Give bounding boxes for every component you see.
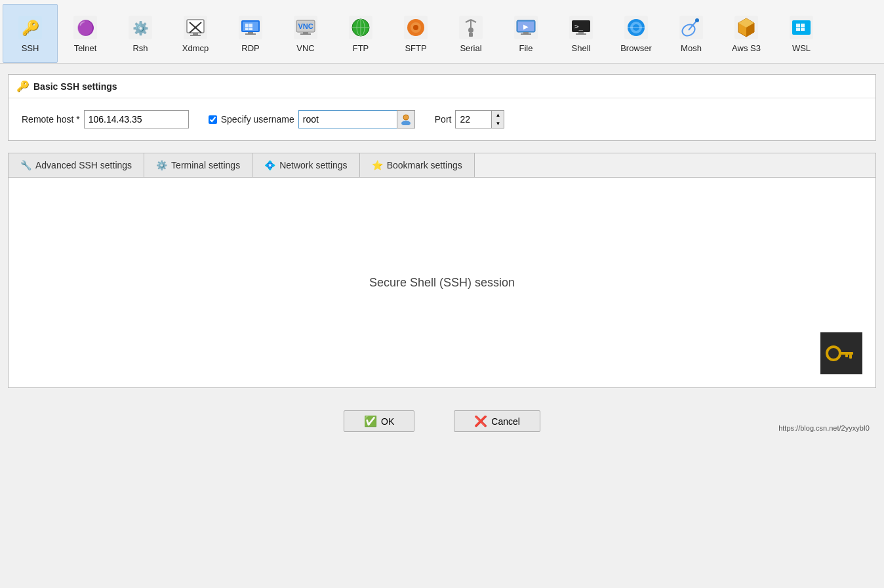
toolbar-item-ftp[interactable]: FTP	[333, 4, 388, 63]
svg-point-60	[695, 18, 699, 22]
toolbar-item-file[interactable]: ▶ File	[498, 4, 553, 63]
toolbar-label-rsh: Rsh	[132, 43, 148, 53]
ssh-icon: 🔑	[17, 14, 43, 41]
svg-rect-11	[190, 35, 201, 36]
svg-rect-10	[193, 33, 198, 35]
svg-rect-67	[796, 24, 800, 27]
toolbar-label-wsl: WSL	[792, 43, 811, 53]
remote-host-label: Remote host *	[22, 114, 80, 125]
ftp-icon	[348, 14, 374, 41]
vnc-icon: VNC	[292, 14, 319, 41]
serial-icon	[458, 14, 484, 41]
cancel-icon: ❌	[474, 415, 487, 427]
tab-advanced-ssh[interactable]: 🔧 Advanced SSH settings	[9, 153, 144, 177]
toolbar-item-vnc[interactable]: VNC VNC	[278, 4, 333, 63]
tab-advanced-label: Advanced SSH settings	[35, 160, 132, 170]
toolbar-label-awss3: Aws S3	[732, 43, 761, 53]
toolbar-label-browser: Browser	[620, 43, 652, 53]
specify-username-group: Specify username	[209, 110, 415, 128]
svg-text:🔑: 🔑	[22, 19, 40, 37]
basic-ssh-header: 🔑 Basic SSH settings	[9, 75, 875, 98]
svg-rect-19	[248, 32, 253, 33]
basic-ssh-title: Basic SSH settings	[33, 81, 117, 92]
toolbar-item-shell[interactable]: >_ Shell	[553, 4, 609, 63]
svg-rect-7	[187, 20, 204, 33]
svg-rect-20	[245, 33, 256, 35]
toolbar-label-file: File	[519, 43, 533, 53]
tab-terminal-label: Terminal settings	[171, 160, 240, 170]
port-spinner-buttons: ▲ ▼	[491, 110, 504, 128]
toolbar-item-rsh[interactable]: ⚙️ Rsh	[113, 4, 168, 63]
toolbar-label-rdp: RDP	[241, 43, 259, 53]
svg-rect-45	[523, 32, 529, 33]
wsl-icon	[788, 14, 814, 41]
toolbar: 🔑 SSH 🟣 Telnet ⚙️ Rsh	[0, 0, 884, 64]
toolbar-label-sftp: SFTP	[405, 43, 426, 53]
username-input-group	[298, 110, 415, 128]
toolbar-item-serial[interactable]: Serial	[443, 4, 498, 63]
svg-rect-68	[801, 24, 805, 27]
svg-text:>_: >_	[574, 22, 584, 31]
ssh-key-icon-box	[820, 332, 862, 374]
telnet-icon: 🟣	[72, 14, 98, 41]
lower-tabs: 🔧 Advanced SSH settings ⚙️ Terminal sett…	[9, 153, 875, 178]
awss3-icon	[733, 14, 759, 41]
status-bar: https://blog.csn.net/2yyxybI0	[778, 424, 870, 432]
cancel-button[interactable]: ❌ Cancel	[454, 410, 540, 432]
toolbar-item-awss3[interactable]: Aws S3	[719, 4, 774, 63]
file-icon: ▶	[513, 14, 539, 41]
svg-rect-74	[839, 352, 853, 355]
cancel-label: Cancel	[491, 416, 520, 427]
ok-icon: ✅	[364, 415, 377, 427]
port-group: Port ▲ ▼	[435, 110, 505, 128]
ok-button[interactable]: ✅ OK	[344, 410, 414, 432]
network-settings-icon: 💠	[264, 160, 275, 170]
svg-rect-15	[245, 24, 249, 27]
remote-host-input[interactable]	[84, 110, 189, 128]
toolbar-item-telnet[interactable]: 🟣 Telnet	[58, 4, 113, 63]
svg-rect-25	[300, 33, 311, 35]
rsh-icon: ⚙️	[127, 14, 153, 41]
tab-network-label: Network settings	[279, 160, 347, 170]
toolbar-item-mosh[interactable]: Mosh	[664, 4, 719, 63]
toolbar-label-telnet: Telnet	[74, 43, 97, 53]
svg-rect-17	[245, 28, 249, 30]
svg-point-73	[827, 347, 840, 360]
session-text: Secure Shell (SSH) session	[369, 276, 515, 290]
port-label: Port	[435, 114, 452, 125]
toolbar-label-serial: Serial	[460, 43, 481, 53]
tab-bookmark-label: Bookmark settings	[387, 160, 462, 170]
tab-bookmark-settings[interactable]: ⭐ Bookmark settings	[360, 153, 475, 177]
port-input[interactable]	[455, 110, 491, 128]
toolbar-item-browser[interactable]: Browser	[609, 4, 664, 63]
svg-rect-75	[849, 355, 852, 359]
port-decrement-button[interactable]: ▼	[492, 119, 504, 128]
basic-ssh-icon: 🔑	[16, 80, 30, 92]
svg-point-39	[468, 28, 473, 33]
remote-host-group: Remote host *	[22, 110, 189, 128]
terminal-settings-icon: ⚙️	[156, 160, 167, 170]
toolbar-label-ssh: SSH	[22, 43, 39, 53]
port-increment-button[interactable]: ▲	[492, 111, 504, 119]
svg-rect-51	[576, 33, 586, 35]
tab-terminal-settings[interactable]: ⚙️ Terminal settings	[144, 153, 252, 177]
svg-rect-76	[845, 355, 848, 357]
svg-rect-40	[469, 33, 473, 37]
toolbar-item-rdp[interactable]: RDP	[223, 4, 278, 63]
toolbar-item-ssh[interactable]: 🔑 SSH	[3, 4, 58, 63]
specify-username-checkbox[interactable]	[209, 115, 217, 124]
username-person-button[interactable]	[397, 110, 415, 128]
toolbar-item-xdmcp[interactable]: Xdmcp	[168, 4, 223, 63]
tab-network-settings[interactable]: 💠 Network settings	[252, 153, 359, 177]
svg-rect-50	[578, 32, 584, 33]
mosh-icon	[678, 14, 704, 41]
svg-point-71	[403, 115, 409, 120]
rdp-icon	[237, 14, 264, 41]
svg-rect-69	[796, 28, 800, 31]
username-input[interactable]	[298, 110, 397, 128]
svg-point-72	[401, 121, 411, 125]
browser-icon	[623, 14, 649, 41]
toolbar-item-sftp[interactable]: SFTP	[388, 4, 443, 63]
svg-text:🟣: 🟣	[77, 19, 95, 37]
toolbar-item-wsl[interactable]: WSL	[774, 4, 829, 63]
